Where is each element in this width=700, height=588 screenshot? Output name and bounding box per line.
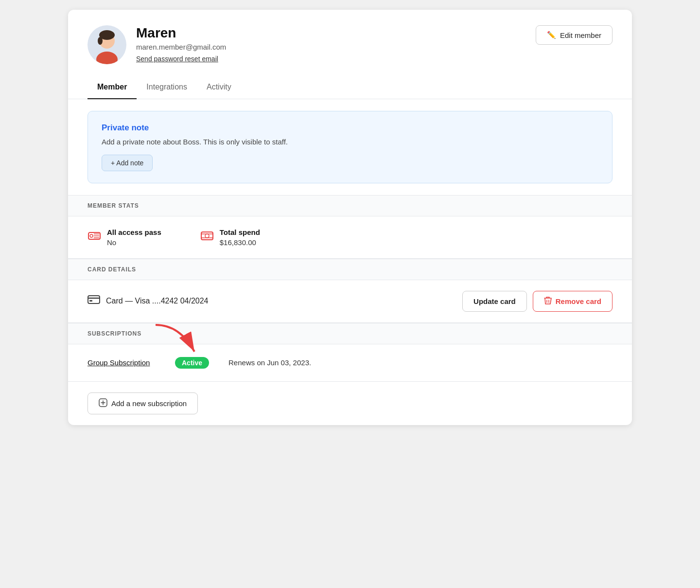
renew-text: Renews on Jun 03, 2023. bbox=[228, 358, 311, 367]
total-spend-label: Total spend bbox=[220, 228, 260, 236]
all-access-pass-stat: All access pass No bbox=[88, 228, 161, 247]
add-subscription-button[interactable]: Add a new subscription bbox=[88, 392, 198, 414]
total-spend-value: $16,830.00 bbox=[220, 238, 260, 247]
svg-rect-14 bbox=[88, 296, 100, 303]
member-stats-header: MEMBER STATS bbox=[68, 195, 632, 216]
svg-rect-16 bbox=[89, 300, 92, 302]
user-info: Maren maren.member@gmail.com Send passwo… bbox=[136, 25, 226, 63]
user-name: Maren bbox=[136, 25, 226, 41]
add-subscription-label: Add a new subscription bbox=[111, 399, 187, 408]
trash-icon bbox=[544, 296, 552, 306]
tab-activity[interactable]: Activity bbox=[197, 76, 241, 99]
svg-point-6 bbox=[90, 234, 93, 237]
private-note-section: Private note Add a private note about Bo… bbox=[88, 111, 612, 183]
remove-card-label: Remove card bbox=[556, 297, 601, 305]
user-email: maren.member@gmail.com bbox=[136, 43, 226, 51]
active-status-badge: Active bbox=[175, 357, 209, 369]
subscription-name-link[interactable]: Group Subscription bbox=[88, 358, 165, 367]
add-subscription-row: Add a new subscription bbox=[68, 382, 632, 425]
card-info: Card — Visa ....4242 04/2024 bbox=[88, 295, 209, 307]
remove-card-button[interactable]: Remove card bbox=[533, 291, 612, 312]
edit-icon: ✏️ bbox=[547, 31, 556, 39]
ticket-icon bbox=[88, 229, 101, 243]
money-icon bbox=[200, 229, 214, 243]
card-text: Card — Visa ....4242 04/2024 bbox=[106, 297, 209, 305]
header-section: Maren maren.member@gmail.com Send passwo… bbox=[68, 10, 632, 76]
reset-password-link[interactable]: Send password reset email bbox=[136, 55, 226, 63]
card-actions: Update card Remove card bbox=[462, 291, 612, 312]
main-card: Maren maren.member@gmail.com Send passwo… bbox=[68, 10, 632, 425]
svg-point-4 bbox=[98, 37, 103, 45]
plus-circle-icon bbox=[99, 398, 107, 409]
avatar bbox=[88, 25, 126, 64]
subscription-row: Group Subscription Active Renews on Jun … bbox=[68, 344, 632, 382]
private-note-title: Private note bbox=[102, 123, 598, 133]
card-details-header: CARD DETAILS bbox=[68, 259, 632, 280]
private-note-description: Add a private note about Boss. This is o… bbox=[102, 138, 598, 146]
svg-point-11 bbox=[205, 234, 209, 238]
tab-member[interactable]: Member bbox=[88, 76, 137, 99]
stats-row: All access pass No Total spend $16,830.0… bbox=[68, 216, 632, 259]
all-access-value: No bbox=[107, 238, 161, 247]
total-spend-stat: Total spend $16,830.00 bbox=[200, 228, 260, 247]
header-left: Maren maren.member@gmail.com Send passwo… bbox=[88, 25, 226, 64]
card-details-row: Card — Visa ....4242 04/2024 Update card… bbox=[68, 280, 632, 323]
update-card-button[interactable]: Update card bbox=[462, 291, 527, 312]
add-note-button[interactable]: + Add note bbox=[102, 155, 153, 171]
tabs-bar: Member Integrations Activity bbox=[68, 76, 632, 99]
subscriptions-header: SUBSCRIPTIONS bbox=[68, 323, 632, 344]
edit-member-button[interactable]: ✏️ Edit member bbox=[536, 25, 612, 45]
all-access-label: All access pass bbox=[107, 228, 161, 236]
credit-card-icon bbox=[88, 295, 100, 307]
tab-integrations[interactable]: Integrations bbox=[137, 76, 197, 99]
svg-rect-10 bbox=[201, 232, 213, 240]
